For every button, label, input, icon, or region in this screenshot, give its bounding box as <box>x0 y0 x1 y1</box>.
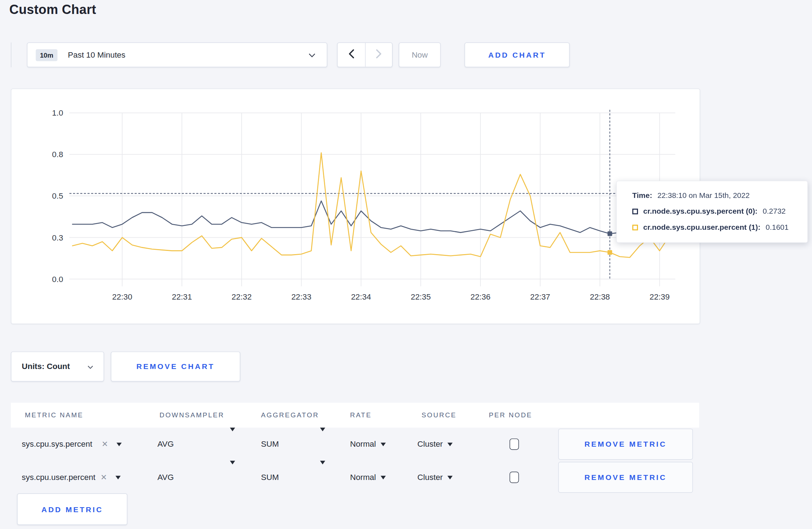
series-line-1 <box>72 153 670 258</box>
tooltip-series-name: cr.node.sys.cpu.sys.percent (0): <box>643 206 757 217</box>
triangle-down-icon[interactable] <box>320 461 325 464</box>
x-tick-label: 22:35 <box>411 292 431 301</box>
triangle-down-icon <box>381 476 386 479</box>
add-metric-button[interactable]: ADD METRIC <box>17 493 127 525</box>
time-nav-group <box>337 43 393 67</box>
triangle-down-icon <box>381 442 386 446</box>
metric-name-select[interactable]: sys.cpu.user.percent <box>22 461 121 494</box>
col-rate: RATE <box>350 403 372 427</box>
aggregator-value: SUM <box>261 473 279 482</box>
tooltip-time-value: 22:38:10 on Mar 15th, 2022 <box>657 190 750 200</box>
col-per-node: PER NODE <box>489 403 532 427</box>
chart-tooltip: Time: 22:38:10 on Mar 15th, 2022 cr.node… <box>616 181 808 243</box>
chevron-left-icon <box>348 49 354 60</box>
aggregator-select[interactable]: SUM <box>261 461 279 494</box>
y-tick-label: 0.5 <box>52 191 63 200</box>
hover-point-0 <box>608 231 612 236</box>
x-tick-label: 22:36 <box>470 292 490 301</box>
hover-point-1 <box>608 250 612 255</box>
page-title: Custom Chart <box>9 2 96 17</box>
units-label: Units: Count <box>22 362 70 371</box>
triangle-down-icon <box>448 476 453 479</box>
col-metric-name: METRIC NAME <box>25 403 83 427</box>
aggregator-select[interactable]: SUM <box>261 428 279 461</box>
time-range-badge: 10m <box>36 49 58 61</box>
source-select[interactable]: Cluster <box>417 461 453 494</box>
source-value: Cluster <box>417 440 443 449</box>
triangle-down-icon[interactable] <box>230 461 235 464</box>
remove-metric-button[interactable]: REMOVE METRIC <box>558 429 693 460</box>
chevron-down-icon <box>309 50 315 59</box>
triangle-down-icon[interactable] <box>320 428 325 431</box>
rate-value: Normal <box>350 440 376 449</box>
downsampler-select[interactable]: AVG <box>158 428 174 461</box>
col-downsampler: DOWNSAMPLER <box>160 403 224 427</box>
col-aggregator: AGGREGATOR <box>261 403 319 427</box>
rate-select[interactable]: Normal <box>350 461 386 494</box>
triangle-down-icon <box>116 442 121 446</box>
chevron-right-icon <box>376 49 382 60</box>
y-tick-label: 0.8 <box>52 150 63 159</box>
tooltip-series-value: 0.1601 <box>765 222 788 233</box>
source-select[interactable]: Cluster <box>417 428 453 461</box>
metrics-table-header: METRIC NAME DOWNSAMPLER AGGREGATOR RATE … <box>11 403 699 427</box>
toolbar-divider <box>11 43 11 67</box>
prev-time-button[interactable] <box>338 43 365 67</box>
x-tick-label: 22:30 <box>112 292 132 301</box>
units-select[interactable]: Units: Count <box>11 351 104 382</box>
rate-select[interactable]: Normal <box>350 428 386 461</box>
series-swatch-icon <box>632 208 638 214</box>
downsampler-select[interactable]: AVG <box>158 461 174 494</box>
tooltip-series-value: 0.2732 <box>763 206 786 217</box>
x-tick-label: 22:34 <box>351 292 371 301</box>
per-node-checkbox[interactable] <box>509 472 519 483</box>
time-range-select[interactable]: 10m Past 10 Minutes <box>27 43 327 67</box>
chart-canvas[interactable]: 1.00.80.50.30.022:3022:3122:3222:3322:34… <box>11 89 701 325</box>
tooltip-series-row: cr.node.sys.cpu.user.percent (1): 0.1601 <box>632 222 800 233</box>
y-tick-label: 1.0 <box>52 108 63 117</box>
series-line-0 <box>72 201 670 234</box>
metric-name-value: sys.cpu.user.percent <box>22 473 96 482</box>
downsampler-value: AVG <box>158 440 174 449</box>
tooltip-time-row: Time: 22:38:10 on Mar 15th, 2022 <box>632 190 800 200</box>
x-tick-label: 22:31 <box>172 292 192 301</box>
triangle-down-icon <box>448 442 453 446</box>
col-source: SOURCE <box>421 403 456 427</box>
remove-chart-button[interactable]: REMOVE CHART <box>111 351 241 382</box>
time-range-label: Past 10 Minutes <box>68 50 126 59</box>
x-tick-label: 22:39 <box>649 292 670 301</box>
source-value: Cluster <box>417 473 443 482</box>
tooltip-series-name: cr.node.sys.cpu.user.percent (1): <box>643 222 760 233</box>
series-swatch-icon <box>632 224 638 230</box>
x-tick-label: 22:37 <box>530 292 550 301</box>
now-button[interactable]: Now <box>399 43 441 67</box>
metric-row: sys.cpu.user.percent AVG SUM Normal Clus… <box>11 461 699 494</box>
aggregator-value: SUM <box>261 440 279 449</box>
metric-row: sys.cpu.sys.percent AVG SUM Normal Clust… <box>11 428 699 461</box>
downsampler-value: AVG <box>158 473 174 482</box>
x-icon[interactable] <box>102 440 108 449</box>
triangle-down-icon[interactable] <box>230 428 235 431</box>
chart-card: 1.00.80.50.30.022:3022:3122:3222:3322:34… <box>11 88 700 324</box>
triangle-down-icon <box>115 476 120 479</box>
remove-metric-button[interactable]: REMOVE METRIC <box>558 462 693 493</box>
tooltip-series-row: cr.node.sys.cpu.sys.percent (0): 0.2732 <box>632 206 800 217</box>
x-tick-label: 22:33 <box>291 292 311 301</box>
next-time-button[interactable] <box>365 43 392 67</box>
y-tick-label: 0.3 <box>52 233 63 242</box>
x-tick-label: 22:38 <box>590 292 610 301</box>
x-tick-label: 22:32 <box>232 292 252 301</box>
metric-name-select[interactable]: sys.cpu.sys.percent <box>22 428 122 461</box>
y-tick-label: 0.0 <box>52 275 63 284</box>
custom-chart-page: Custom Chart 10m Past 10 Minutes Now ADD… <box>0 0 812 529</box>
add-chart-button[interactable]: ADD CHART <box>464 43 570 67</box>
metric-name-value: sys.cpu.sys.percent <box>22 440 92 449</box>
rate-value: Normal <box>350 473 376 482</box>
x-icon[interactable] <box>101 473 107 482</box>
tooltip-time-label: Time: <box>632 190 652 200</box>
per-node-checkbox[interactable] <box>509 438 519 450</box>
chevron-down-icon <box>87 362 93 371</box>
